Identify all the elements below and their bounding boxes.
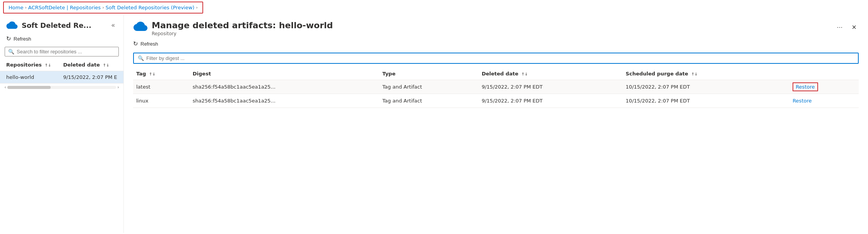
right-cloud-icon [133,20,148,32]
right-header: Manage deleted artifacts: hello-world Re… [133,15,859,38]
filter-icon: 🔍 [138,55,144,61]
search-input[interactable] [17,49,115,55]
col-deleted-date-right: Deleted date ↑↓ [479,68,623,80]
table-row[interactable]: linux sha256:f54a58bc1aac5ea1a25... Tag … [133,94,859,108]
breadcrumb-soft-deleted[interactable]: Soft Deleted Repositories (Preview) [106,5,195,10]
col-tag: Tag ↑↓ [133,68,190,80]
scroll-right-button[interactable]: › [118,85,119,89]
restore-action-2: Restore [789,94,859,108]
sort-icon-deleted-date[interactable]: ↑↓ [103,63,110,67]
scroll-left-button[interactable]: ‹ [5,85,6,89]
breadcrumb-repositories[interactable]: ACRSoftDelete | Repositories [28,5,101,10]
artifact-digest-2: sha256:f54a58bc1aac5ea1a25... [190,94,379,108]
refresh-icon: ↻ [6,35,11,42]
breadcrumb-home[interactable]: Home [9,5,23,10]
close-button[interactable]: × [849,22,859,32]
col-deleted-date: Deleted date ↑↓ [57,59,123,71]
col-repositories: Repositories ↑↓ [0,59,57,71]
artifact-deleted-date-2: 9/15/2022, 2:07 PM EDT [479,94,623,108]
right-panel-title: Manage deleted artifacts: hello-world [152,20,333,30]
artifact-type-2: Tag and Artifact [379,94,479,108]
panel-title-text: Soft Deleted Re... [22,21,91,29]
scroll-track[interactable] [7,86,116,89]
artifact-type-1: Tag and Artifact [379,80,479,94]
right-title-text: Manage deleted artifacts: hello-world Re… [152,20,333,36]
artifact-purge-date-1: 10/15/2022, 2:07 PM EDT [623,80,789,94]
filter-box: 🔍 [133,53,859,64]
repo-name-cell: hello-world [0,71,57,84]
restore-action-1: Restore [789,80,859,94]
repositories-table: Repositories ↑↓ Deleted date ↑↓ hello-wo… [0,59,123,84]
right-panel: Manage deleted artifacts: hello-world Re… [124,15,868,233]
restore-button-1[interactable]: Restore [793,82,818,91]
left-panel: Soft Deleted Re... « ↻ Refresh 🔍 Reposit… [0,15,124,233]
col-actions [789,68,859,80]
search-box: 🔍 [5,47,119,56]
artifact-deleted-date-1: 9/15/2022, 2:07 PM EDT [479,80,623,94]
table-row[interactable]: latest sha256:f54a58bc1aac5ea1a25... Tag… [133,80,859,94]
sort-icon-deleted-date-right[interactable]: ↑↓ [521,72,528,76]
sort-icon-scheduled-purge[interactable]: ↑↓ [691,72,698,76]
breadcrumb-sep-1: › [25,5,26,10]
col-digest: Digest [190,68,379,80]
col-scheduled-purge: Scheduled purge date ↑↓ [623,68,789,80]
right-refresh-button[interactable]: ↻ Refresh [133,38,859,50]
breadcrumb-sep-3: › [196,5,197,10]
filter-input[interactable] [146,55,854,61]
left-refresh-label: Refresh [14,36,31,42]
search-icon: 🔍 [8,49,14,55]
artifacts-table: Tag ↑↓ Digest Type Deleted date ↑↓ Sched [133,68,859,108]
artifact-purge-date-2: 10/15/2022, 2:07 PM EDT [623,94,789,108]
right-actions: ··· × [834,22,859,32]
panel-title: Soft Deleted Re... [6,20,91,30]
breadcrumb-sep-2: › [102,5,104,10]
sort-icon-repositories[interactable]: ↑↓ [45,63,51,67]
more-options-button[interactable]: ··· [834,22,845,32]
table-row[interactable]: hello-world 9/15/2022, 2:07 PM E [0,71,123,84]
restore-button-2[interactable]: Restore [793,98,812,104]
panel-header: Soft Deleted Re... « [0,15,123,33]
scrollbar-area: ‹ › [0,84,123,91]
cloud-icon [6,20,18,30]
artifact-digest-1: sha256:f54a58bc1aac5ea1a25... [190,80,379,94]
collapse-button[interactable]: « [109,21,117,29]
sort-icon-tag[interactable]: ↑↓ [149,72,156,76]
breadcrumb: Home › ACRSoftDelete | Repositories › So… [3,2,203,14]
right-refresh-label: Refresh [140,41,158,47]
right-refresh-icon: ↻ [133,40,138,47]
artifact-tag-1: latest [133,80,190,94]
scroll-thumb [7,86,51,89]
col-type: Type [379,68,479,80]
right-panel-subtitle: Repository [152,31,333,36]
left-refresh-button[interactable]: ↻ Refresh [0,33,123,44]
right-title-area: Manage deleted artifacts: hello-world Re… [133,20,333,36]
main-container: Soft Deleted Re... « ↻ Refresh 🔍 Reposit… [0,15,868,233]
artifact-tag-2: linux [133,94,190,108]
repo-deleted-date-cell: 9/15/2022, 2:07 PM E [57,71,123,84]
